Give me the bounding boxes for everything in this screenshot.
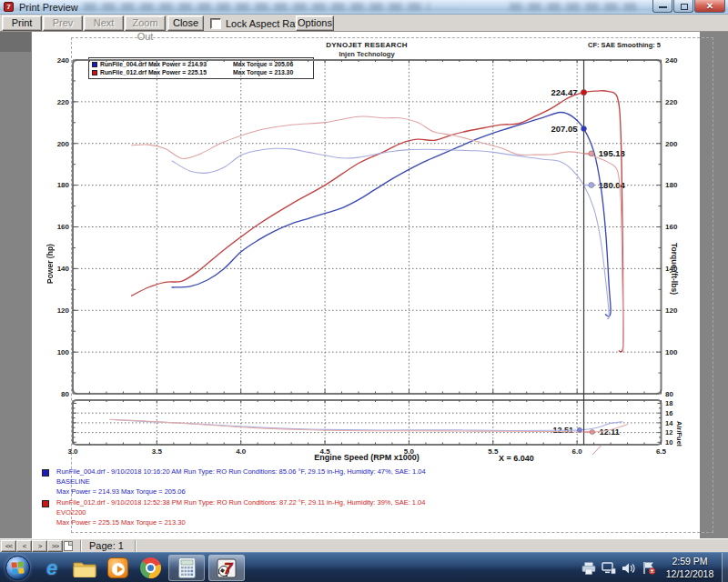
options-button[interactable]: Options (296, 15, 334, 31)
cursor-value-180.04: 180.04 (599, 179, 625, 189)
minimize-icon (659, 6, 667, 8)
calculator-icon (178, 557, 196, 578)
y-axis-label-power: Power (hp) (46, 191, 58, 336)
clock-time: 2:59 PM (661, 555, 719, 567)
legend-file-power: RunFile_004.drf Max Power = 214.93 (100, 61, 233, 67)
volume-tray-icon[interactable] (622, 562, 636, 575)
file-explorer-icon[interactable] (71, 555, 98, 582)
clock-date: 12/12/2018 (661, 567, 719, 580)
close-button[interactable]: Close (167, 15, 204, 31)
cursor-value-195.18: 195.18 (599, 148, 625, 158)
statusbar-separator (135, 540, 136, 552)
start-button[interactable] (5, 556, 30, 580)
zoom-out-button[interactable]: Zoom Out (125, 15, 166, 31)
action-center-flag-icon[interactable] (642, 561, 656, 575)
legend-torque: Max Torque = 205.06 (233, 61, 293, 67)
prev-page-button[interactable]: < (16, 540, 32, 552)
window-title: Print Preview (19, 2, 78, 13)
run-detail-line: RunFile_012.drf - 9/10/2018 12:52:38 PM … (56, 498, 425, 507)
maximize-icon (681, 4, 688, 10)
svg-text:7: 7 (224, 560, 234, 577)
run-name: BASELINE (56, 477, 90, 486)
legend-row: RunFile_004.drf Max Power = 214.93 Max T… (92, 60, 310, 68)
legend-swatch-blue (92, 62, 97, 67)
legend-file-power: RunFile_012.drf Max Power = 225.15 (100, 69, 233, 75)
cursor-value-224.47: 224.47 (551, 87, 577, 97)
close-icon: ✕ (695, 0, 724, 12)
media-player-icon[interactable] (104, 555, 131, 582)
cursor-value-12.11: 12.11 (600, 427, 620, 436)
cursor-x-readout: X = 6.040 (499, 454, 534, 463)
windows-flag-icon (11, 561, 24, 574)
prev-button[interactable]: Prev (43, 15, 83, 31)
chrome-icon[interactable] (136, 555, 164, 582)
app-icon: 7 (4, 2, 14, 12)
page-number-label: Page: 1 (89, 540, 124, 551)
last-page-button[interactable]: >> (47, 540, 63, 552)
print-preview-toolbar: Print Prev Next Zoom Out Close Lock Aspe… (0, 15, 728, 32)
correction-smoothing-label: CF: SAE Smoothing: 5 (491, 41, 661, 49)
lock-aspect-ratio-checkbox[interactable] (210, 18, 221, 29)
print-button[interactable]: Print (2, 15, 42, 31)
page-layout-icon[interactable] (64, 541, 73, 551)
preview-area: DYNOJET RESEARCH Injen Technology CF: SA… (0, 32, 728, 538)
cursor-value-207.05: 207.05 (551, 124, 577, 134)
taskbar: e (0, 552, 728, 582)
network-tray-icon[interactable] (602, 562, 616, 575)
y-axis-label-torque: Torque (ft-lbs) (667, 191, 679, 346)
y-axis-label-airfuel: Air/Fuel (673, 401, 683, 467)
run-max-values: Max Power = 225.15 Max Torque = 213.30 (56, 518, 186, 527)
legend-swatch-red (92, 70, 97, 75)
show-desktop-button[interactable] (722, 553, 728, 582)
run-max-values: Max Power = 214.93 Max Torque = 205.06 (56, 487, 186, 496)
statusbar: << < > >> Page: 1 (0, 538, 728, 552)
minimize-button[interactable] (652, 0, 672, 13)
run-swatch-red (42, 500, 49, 507)
printer-tray-icon[interactable] (581, 562, 596, 575)
maximize-button[interactable] (673, 0, 693, 13)
preview-corner (0, 32, 31, 52)
run-swatch-blue (42, 469, 49, 477)
winpep-taskbar-button[interactable]: 7 (208, 555, 245, 581)
taskbar-clock[interactable]: 2:59 PM 12/12/2018 (661, 555, 719, 580)
report-page (32, 32, 700, 538)
redacted-title-text (510, 3, 637, 11)
winpep-dyno-app-icon: 7 (217, 558, 237, 578)
next-page-button[interactable]: > (32, 540, 47, 552)
legend-torque: Max Torque = 213.30 (233, 69, 293, 75)
system-tray (579, 553, 659, 582)
redacted-title-text (84, 3, 430, 11)
run-name: EVO2200 (56, 508, 86, 517)
statusbar-separator (80, 540, 82, 552)
close-window-button[interactable]: ✕ (694, 0, 725, 13)
first-page-button[interactable]: << (1, 540, 16, 552)
chart-legend: RunFile_004.drf Max Power = 214.93 Max T… (88, 57, 314, 79)
next-button[interactable]: Next (84, 15, 124, 31)
lock-aspect-ratio-label: Lock Aspect Ratio (226, 18, 306, 29)
calculator-taskbar-button[interactable] (168, 555, 205, 581)
titlebar: 7 Print Preview ✕ (0, 0, 728, 15)
internet-explorer-icon[interactable]: e (38, 555, 66, 582)
run-detail-line: RunFile_004.drf - 9/10/2018 10:16:20 AM … (56, 467, 426, 476)
legend-row: RunFile_012.drf Max Power = 225.15 Max T… (92, 68, 310, 76)
x-axis-label: Engine Speed (RPM x1000) (230, 453, 503, 462)
cursor-value-12.51: 12.51 (552, 425, 573, 434)
